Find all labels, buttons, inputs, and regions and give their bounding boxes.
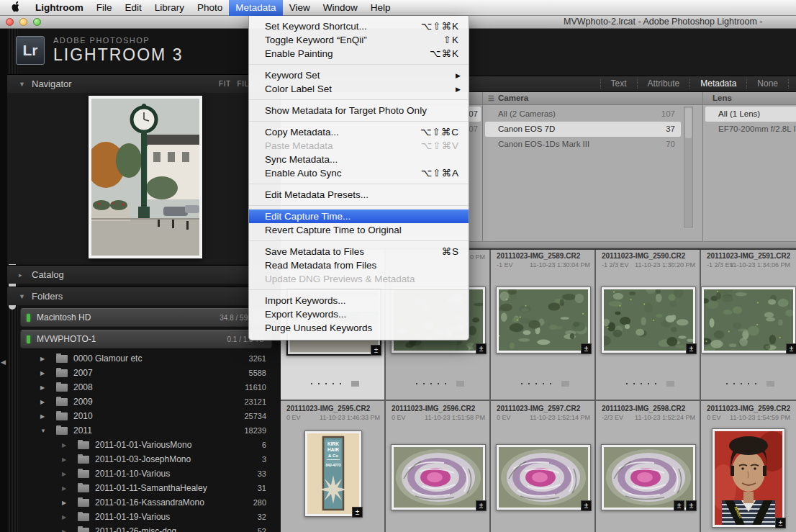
camera-filter-row[interactable]: Canon EOS 7D37 (485, 122, 681, 137)
rating-dot[interactable] (438, 383, 439, 384)
rating-dot[interactable] (445, 383, 446, 384)
grid-cell[interactable]: 20111023-IMG_2591.CR2-1 2/3 EV11-10-23 1… (701, 248, 796, 401)
color-label-chip[interactable] (561, 381, 569, 387)
adjustment-badge-icon[interactable]: ± (686, 343, 697, 354)
folder-row[interactable]: ▶2011-01-11-SamanthaHealey31 (19, 481, 273, 495)
menubar-item-help[interactable]: Help (364, 0, 397, 16)
menubar-item-window[interactable]: Window (317, 0, 364, 16)
rating-dot[interactable] (521, 383, 523, 384)
rating-dot[interactable] (340, 383, 341, 384)
adjustment-badge-icon[interactable]: ± (786, 343, 796, 354)
rating-dot[interactable] (325, 383, 327, 384)
photo-thumbnail[interactable]: ± (601, 287, 696, 353)
triangle-down-icon[interactable]: ▼ (40, 424, 46, 438)
rating-dot[interactable] (416, 383, 417, 384)
volume-bar-mvwphoto-1[interactable]: MVWPHOTO-10.1 / 1.8 TB (20, 330, 272, 348)
rating-dot[interactable] (741, 383, 742, 384)
column-options-icon[interactable]: ☰ (488, 92, 494, 104)
triangle-right-icon[interactable]: ▶ (40, 395, 45, 410)
menu-item-export-keywords[interactable]: Export Keywords... (249, 307, 469, 321)
folder-row[interactable]: ▼201118239 (19, 423, 273, 438)
adjustment-badge-icon[interactable]: ± (686, 500, 697, 511)
color-label-chip[interactable] (351, 381, 359, 387)
photo-thumbnail[interactable]: Nikon ± (712, 428, 785, 528)
rating-dot[interactable] (423, 383, 425, 384)
adjustment-badge-icon[interactable]: ± (674, 500, 684, 511)
triangle-right-icon[interactable]: ▶ (40, 366, 45, 381)
catalog-panel-header[interactable]: ▸ Catalog (7, 265, 281, 284)
camera-filter-row[interactable]: Canon EOS-1Ds Mark III70 (485, 137, 681, 152)
apple-menu[interactable] (0, 0, 29, 16)
filter-option-text[interactable]: Text (600, 79, 637, 89)
photo-thumbnail[interactable]: ± (391, 444, 486, 510)
lens-filter-row[interactable]: EF70-200mm f/2.8L IS (705, 122, 796, 137)
folder-row[interactable]: ▶0000 Glamour etc3261 (19, 351, 273, 366)
column-divider[interactable] (482, 92, 483, 241)
menubar-item-file[interactable]: File (90, 0, 119, 16)
rating-dot[interactable] (318, 383, 320, 384)
menu-item-enable-painting[interactable]: Enable Painting⌥⌘K (249, 47, 469, 60)
rating-dot[interactable] (535, 383, 537, 384)
grid-cell[interactable]: 20111023-IMG_2590.CR2-1 2/3 EV11-10-23 1… (596, 248, 701, 401)
zoom-window-button[interactable] (33, 18, 41, 26)
menubar-item-photo[interactable]: Photo (191, 0, 229, 16)
folder-row[interactable]: ▶20075588 (19, 366, 273, 380)
menu-item-toggle-keyword-enqii[interactable]: Toggle Keyword “EnQii”⇧K (249, 33, 469, 47)
menu-item-color-label-set[interactable]: Color Label Set▶ (249, 82, 469, 96)
filter-option-none[interactable]: None (746, 79, 789, 89)
grid-cell[interactable]: 20111023-IMG_2595.CR20 EV11-10-23 1:46:3… (281, 401, 386, 532)
filter-option-attribute[interactable]: Attribute (637, 79, 690, 89)
camera-column-header[interactable]: Camera (498, 92, 528, 104)
rating-dot[interactable] (655, 383, 656, 384)
folder-row[interactable]: ▶200923121 (19, 395, 273, 409)
adjustment-badge-icon[interactable]: ± (352, 507, 363, 518)
triangle-right-icon[interactable]: ▶ (62, 496, 66, 510)
folder-row[interactable]: ▶2011-01-16-KassandraMono280 (19, 495, 273, 510)
photo-thumbnail[interactable]: ± (496, 444, 591, 510)
folder-row[interactable]: ▶201025734 (19, 409, 273, 423)
folder-row[interactable]: ▶200811610 (19, 380, 273, 395)
triangle-right-icon[interactable]: ▶ (40, 352, 45, 366)
grid-cell[interactable]: 20111023-IMG_2596.CR20 EV11-10-23 1:51:5… (386, 401, 491, 532)
rating-dot[interactable] (641, 383, 642, 384)
triangle-right-icon[interactable]: ▶ (40, 410, 45, 424)
photo-thumbnail[interactable]: ± (496, 287, 591, 353)
folder-row[interactable]: ▶2011-01-01-VariousMono6 (19, 438, 273, 452)
adjustment-badge-icon[interactable]: ± (371, 345, 381, 356)
rating-dot[interactable] (333, 383, 334, 384)
menu-item-read-metadata-from-files[interactable]: Read Metadata from Files (249, 258, 469, 272)
rating-dot[interactable] (528, 383, 530, 384)
menu-item-edit-metadata-presets[interactable]: Edit Metadata Presets... (249, 188, 469, 202)
rating-dot[interactable] (430, 383, 432, 384)
photo-thumbnail[interactable]: ± (701, 287, 796, 353)
menu-item-save-metadata-to-files[interactable]: Save Metadata to Files⌘S (249, 245, 469, 258)
collapse-panel-arrow-icon[interactable]: ◀ (1, 359, 6, 366)
menu-item-set-keyword-shortcut[interactable]: Set Keyword Shortcut...⌥⇧⌘K (249, 19, 469, 33)
camera-filter-row[interactable]: All (2 Cameras)107 (485, 107, 681, 122)
menubar-item-metadata[interactable]: Metadata (229, 0, 282, 16)
menu-item-enable-auto-sync[interactable]: Enable Auto Sync⌥⇧⌘A (249, 166, 469, 180)
filter-option-metadata[interactable]: Metadata (689, 79, 746, 89)
rating-dot[interactable] (748, 383, 749, 384)
column-divider[interactable] (702, 92, 703, 241)
rating-dot[interactable] (550, 383, 551, 384)
color-label-chip[interactable] (766, 381, 774, 387)
minimize-window-button[interactable] (19, 18, 27, 26)
menu-item-show-metadata-for-target-photo-only[interactable]: Show Metadata for Target Photo Only (249, 104, 469, 117)
lens-filter-row[interactable]: All (1 Lens) (705, 107, 796, 122)
rating-dot[interactable] (648, 383, 649, 384)
camera-column-scrollbar[interactable] (684, 107, 693, 227)
folder-row[interactable]: ▶2011-01-19-Various32 (19, 510, 273, 524)
grid-cell[interactable]: 20111023-IMG_2597.CR20 EV11-10-23 1:52:1… (491, 401, 596, 532)
navigator-panel-header[interactable]: ▼ Navigator FITFILL1:1 (7, 74, 281, 93)
menu-item-purge-unused-keywords[interactable]: Purge Unused Keywords (249, 321, 469, 335)
adjustment-badge-icon[interactable]: ± (775, 518, 786, 528)
menubar-item-edit[interactable]: Edit (119, 0, 148, 16)
rating-dot[interactable] (755, 383, 756, 384)
rating-dot[interactable] (633, 383, 635, 384)
menu-item-import-keywords[interactable]: Import Keywords... (249, 294, 469, 307)
menu-item-revert-capture-time-to-original[interactable]: Revert Capture Time to Original (249, 223, 469, 237)
navigator-zoom-mode-fit[interactable]: FIT (219, 80, 231, 88)
grid-cell[interactable]: 20111023-IMG_2598.CR2-2/3 EV11-10-23 1:5… (596, 401, 701, 532)
folder-row[interactable]: ▶2011-01-03-JosephMono3 (19, 452, 273, 466)
